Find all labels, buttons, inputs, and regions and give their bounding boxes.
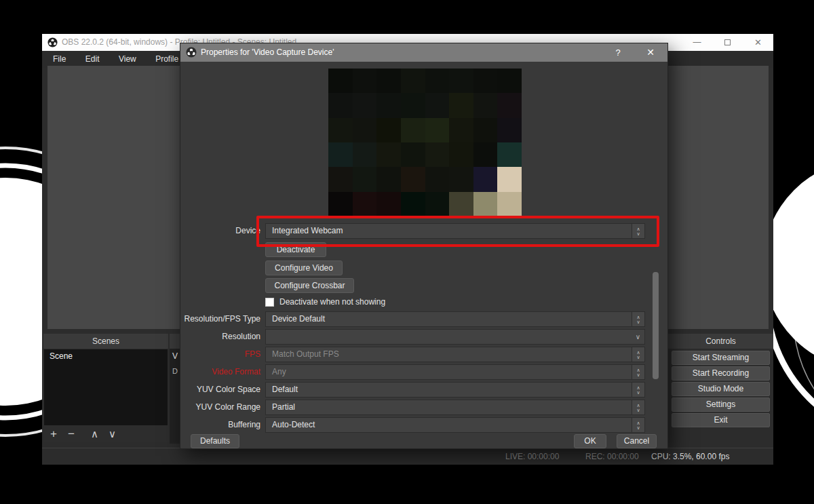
mosaic-cell [353, 142, 377, 167]
mosaic-cell [328, 167, 353, 191]
mosaic-cell [473, 118, 498, 142]
studio-mode-button[interactable]: Studio Mode [672, 382, 770, 396]
close-button[interactable]: ✕ [743, 34, 773, 51]
chevron-down-icon: ∨ [636, 330, 640, 344]
spinner-control[interactable]: ∧ ∨ [632, 418, 644, 432]
rec-time: REC: 00:00:00 [585, 448, 639, 465]
close-icon: ✕ [646, 47, 655, 58]
fps-select: Match Output FPS ∧ ∨ [265, 347, 645, 362]
spinner-control: ∧ ∨ [632, 365, 644, 379]
deactivate-button[interactable]: Deactivate [265, 242, 326, 257]
yuv-color-range-select[interactable]: Partial ∧ ∨ [265, 400, 645, 415]
video-format-value: Any [266, 365, 644, 379]
status-bar: LIVE: 00:00:00 REC: 00:00:00 CPU: 3.5%, … [42, 448, 773, 465]
yuv-color-space-select[interactable]: Default ∧ ∨ [265, 382, 645, 398]
buffering-select[interactable]: Auto-Detect ∧ ∨ [265, 417, 645, 433]
mosaic-cell [353, 93, 377, 117]
mosaic-cell [328, 192, 353, 216]
maximize-button[interactable] [712, 34, 743, 51]
mosaic-cell [473, 93, 498, 117]
resolution-fps-type-label: Resolution/FPS Type [180, 311, 260, 327]
cancel-button[interactable]: Cancel [617, 434, 657, 448]
configure-video-button[interactable]: Configure Video [265, 260, 343, 275]
mosaic-cell [401, 167, 425, 191]
move-scene-down-button[interactable]: ∨ [109, 426, 116, 442]
controls-dock-header: Controls [668, 334, 773, 349]
mosaic-cell [497, 167, 522, 191]
add-scene-button[interactable]: + [50, 426, 57, 442]
spinner-control[interactable]: ∧ ∨ [632, 312, 644, 326]
sources-dock-header-fragment [170, 334, 180, 349]
spin-down-icon: ∨ [636, 231, 640, 236]
dialog-titlebar: Properties for 'Video Capture Device' ? … [180, 43, 667, 62]
mosaic-cell [353, 192, 377, 216]
mosaic-cell [473, 192, 498, 216]
minimize-icon: — [693, 37, 701, 47]
mosaic-cell [497, 118, 522, 142]
resolution-fps-type-select[interactable]: Device Default ∧ ∨ [265, 311, 645, 327]
spinner-control[interactable]: ∧ ∨ [632, 400, 644, 414]
mosaic-cell [449, 167, 473, 191]
configure-crossbar-button[interactable]: Configure Crossbar [265, 278, 354, 293]
deactivate-when-not-showing-checkbox[interactable] [265, 298, 274, 307]
yuv-color-range-value: Partial [266, 400, 644, 414]
ok-button[interactable]: OK [574, 434, 606, 448]
exit-button[interactable]: Exit [672, 413, 770, 427]
start-streaming-button[interactable]: Start Streaming [672, 351, 770, 365]
mosaic-cell [376, 93, 401, 117]
device-select-value: Integrated Webcam [266, 224, 644, 238]
defaults-button[interactable]: Defaults [191, 434, 239, 448]
spin-down-icon: ∨ [636, 372, 640, 377]
device-label: Device [180, 223, 260, 239]
dialog-close-button[interactable]: ✕ [639, 43, 662, 62]
deactivate-when-not-showing-label: Deactivate when not showing [279, 295, 385, 309]
mosaic-cell [401, 192, 425, 216]
mosaic-cell [376, 167, 401, 191]
source-item-fragment: V [172, 351, 178, 361]
spinner-control[interactable]: ∧ ∨ [632, 224, 644, 238]
remove-scene-button[interactable]: − [68, 426, 75, 442]
mosaic-cell [425, 142, 450, 167]
dialog-help-button[interactable]: ? [606, 43, 629, 62]
webcam-preview-mosaic [328, 69, 522, 216]
scene-list-item[interactable]: Scene [44, 349, 168, 363]
move-scene-up-button[interactable]: ∧ [91, 426, 98, 442]
scenes-list: Scene [43, 349, 168, 426]
mosaic-cell [353, 69, 377, 93]
mosaic-cell [376, 69, 401, 93]
mosaic-cell [449, 93, 473, 117]
controls-dock-title: Controls [705, 336, 736, 346]
spin-up-icon: ∧ [636, 368, 640, 372]
fps-label: FPS [180, 347, 260, 362]
resolution-select[interactable]: ∨ [265, 329, 645, 345]
spin-down-icon: ∨ [636, 408, 640, 412]
spin-up-icon: ∧ [636, 403, 640, 408]
dialog-scrollbar-thumb[interactable] [653, 272, 659, 379]
yuv-color-space-label: YUV Color Space [180, 382, 260, 398]
spin-down-icon: ∨ [636, 390, 640, 395]
source-item-fragment-2: D [172, 367, 178, 375]
mosaic-cell [353, 167, 377, 191]
mosaic-cell [328, 118, 353, 142]
minimize-button[interactable]: — [682, 34, 712, 51]
device-select[interactable]: Integrated Webcam ∧ ∨ [265, 223, 645, 239]
chevron-down-icon: ∨ [109, 428, 116, 440]
mosaic-cell [497, 69, 522, 93]
desktop: OBS 22.0.2 (64-bit, windows) - Profile: … [0, 0, 814, 504]
properties-dialog: Properties for 'Video Capture Device' ? … [180, 43, 668, 449]
help-icon: ? [615, 47, 620, 58]
spinner-control[interactable]: ∧ ∨ [632, 383, 644, 397]
mosaic-cell [401, 69, 425, 93]
desktop-art-right-rings [773, 95, 814, 475]
obs-logo-icon [186, 47, 197, 58]
mosaic-cell [449, 69, 473, 93]
desktop-art-left-sphere [0, 122, 47, 461]
mosaic-cell [497, 142, 522, 167]
start-recording-button[interactable]: Start Recording [672, 366, 770, 381]
mosaic-cell [425, 93, 450, 117]
close-icon: ✕ [754, 37, 762, 47]
cpu-fps-stats: CPU: 3.5%, 60.00 fps [651, 448, 729, 465]
mosaic-cell [353, 118, 377, 142]
mosaic-cell [449, 142, 473, 167]
settings-button[interactable]: Settings [672, 398, 770, 412]
